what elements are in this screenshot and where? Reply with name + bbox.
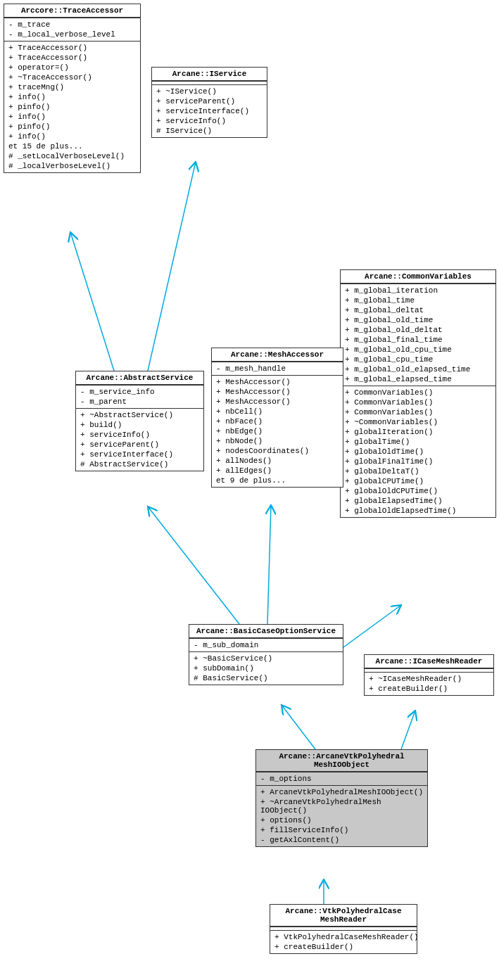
method-line: # _setLocalVerboseLevel(): [8, 151, 136, 161]
method-line: + TraceAccessor(): [8, 53, 136, 63]
icase-mesh-reader-methods: + ~ICaseMeshReader() + createBuilder(): [365, 672, 493, 695]
method-line: + info(): [8, 132, 136, 141]
method-line: + ~CommonVariables(): [345, 417, 491, 427]
method-line: + globalFinalTime(): [345, 457, 491, 466]
attr-line: + m_global_cpu_time: [345, 355, 491, 364]
svg-line-3: [267, 505, 271, 624]
method-line: + pinfo(): [8, 122, 136, 132]
method-line: + ~IService(): [156, 87, 263, 96]
abstract-service-attrs: - m_service_info - m_parent: [76, 385, 203, 408]
iservice-box: Arcane::IService + ~IService() + service…: [151, 67, 267, 138]
method-line: + ~AbstractService(): [80, 410, 199, 420]
method-line: + serviceInterface(): [80, 450, 199, 459]
method-line: + globalElapsedTime(): [345, 496, 491, 506]
svg-line-5: [282, 705, 315, 749]
vtk-polyhedral-case-mesh-reader-box: Arcane::VtkPolyhedralCaseMeshReader + Vt…: [270, 904, 417, 954]
method-line: # BasicService(): [194, 673, 339, 683]
attr-line: + m_global_old_deltat: [345, 325, 491, 335]
common-variables-title: Arcane::CommonVariables: [341, 270, 495, 284]
method-line: + nbFace(): [216, 416, 339, 426]
abstract-service-title: Arcane::AbstractService: [76, 371, 203, 385]
method-line: + fillServiceInfo(): [260, 825, 423, 835]
mesh-accessor-methods: + MeshAccessor() + MeshAccessor() + Mesh…: [212, 375, 343, 487]
attr-line: + m_global_time: [345, 295, 491, 305]
method-line: + MeshAccessor(): [216, 397, 339, 407]
arcane-vtk-methods: + ArcaneVtkPolyhedralMeshIOObject() + ~A…: [256, 785, 427, 846]
method-line: + serviceInfo(): [80, 430, 199, 440]
method-line: + serviceInterface(): [156, 106, 263, 116]
method-line: + nbNode(): [216, 436, 339, 446]
basic-case-option-service-title: Arcane::BasicCaseOptionService: [189, 625, 343, 638]
method-line: + globalIteration(): [345, 427, 491, 437]
method-line: + TraceAccessor(): [8, 43, 136, 53]
method-line: + ~ICaseMeshReader(): [369, 674, 489, 684]
attr-line: - m_parent: [80, 397, 199, 407]
method-line: + allNodes(): [216, 456, 339, 466]
method-line: + MeshAccessor(): [216, 387, 339, 397]
abstract-service-methods: + ~AbstractService() + build() + service…: [76, 408, 203, 471]
method-line: + build(): [80, 420, 199, 430]
method-line: + allEdges(): [216, 466, 339, 476]
method-line: + MeshAccessor(): [216, 377, 339, 387]
basic-case-methods: + ~BasicService() + subDomain() # BasicS…: [189, 651, 343, 685]
svg-line-4: [343, 605, 401, 647]
attr-line: - m_mesh_handle: [216, 364, 339, 374]
svg-line-1: [148, 162, 196, 371]
method-line: # _localVerboseLevel(): [8, 161, 136, 171]
attr-line: - m_local_verbose_level: [8, 30, 136, 39]
common-variables-attrs: + m_global_iteration + m_global_time + m…: [341, 284, 495, 386]
method-line: + createBuilder(): [274, 942, 412, 952]
basic-case-option-service-box: Arcane::BasicCaseOptionService - m_sub_d…: [189, 624, 343, 685]
method-line: + CommonVariables(): [345, 388, 491, 397]
method-line: + globalOldCPUTime(): [345, 486, 491, 496]
common-variables-box: Arcane::CommonVariables + m_global_itera…: [340, 269, 496, 518]
mesh-accessor-attrs: - m_mesh_handle: [212, 362, 343, 375]
method-line: + pinfo(): [8, 102, 136, 112]
method-line: + nbCell(): [216, 407, 339, 416]
method-line: # AbstractService(): [80, 459, 199, 469]
method-line: + globalCPUTime(): [345, 476, 491, 486]
attr-line: + m_global_elapsed_time: [345, 374, 491, 384]
attr-line: - m_options: [260, 774, 423, 784]
iservice-methods: + ~IService() + serviceParent() + servic…: [152, 84, 267, 137]
attr-line: - m_sub_domain: [194, 640, 339, 650]
method-line: + info(): [8, 112, 136, 122]
attr-line: + m_global_old_cpu_time: [345, 345, 491, 355]
method-line: + ArcaneVtkPolyhedralMeshIOObject(): [260, 787, 423, 797]
trace-accessor-methods: + TraceAccessor() + TraceAccessor() + op…: [4, 41, 140, 172]
iservice-title: Arcane::IService: [152, 68, 267, 81]
icase-mesh-reader-title: Arcane::ICaseMeshReader: [365, 655, 493, 668]
icase-mesh-reader-box: Arcane::ICaseMeshReader + ~ICaseMeshRead…: [364, 654, 494, 696]
method-line: + traceMng(): [8, 82, 136, 92]
trace-accessor-attrs: - m_trace - m_local_verbose_level: [4, 18, 140, 41]
attr-line: - m_trace: [8, 20, 136, 30]
method-line: + globalOldElapsedTime(): [345, 506, 491, 516]
attr-line: + m_global_old_time: [345, 315, 491, 325]
common-variables-methods: + CommonVariables() + CommonVariables() …: [341, 386, 495, 517]
method-line: + ~TraceAccessor(): [8, 72, 136, 82]
method-line: + globalTime(): [345, 437, 491, 447]
attr-line: + m_global_final_time: [345, 335, 491, 345]
mesh-accessor-title: Arcane::MeshAccessor: [212, 348, 343, 362]
method-line: + serviceParent(): [80, 440, 199, 450]
method-line: + options(): [260, 815, 423, 825]
svg-line-0: [70, 232, 114, 371]
mesh-accessor-box: Arcane::MeshAccessor - m_mesh_handle + M…: [211, 348, 343, 488]
trace-accessor-box: Arccore::TraceAccessor - m_trace - m_loc…: [4, 4, 141, 173]
method-line: + ~BasicService(): [194, 654, 339, 663]
method-line: + ~ArcaneVtkPolyhedralMesh IOObject(): [260, 797, 423, 815]
method-line: + CommonVariables(): [345, 397, 491, 407]
method-line: + operator=(): [8, 63, 136, 72]
method-line: - getAxlContent(): [260, 835, 423, 845]
attr-line: + m_global_old_elapsed_time: [345, 364, 491, 374]
attr-line: - m_service_info: [80, 387, 199, 397]
method-line: + serviceInfo(): [156, 116, 263, 126]
attr-line: + m_global_iteration: [345, 286, 491, 295]
method-line: et 15 de plus...: [8, 141, 136, 151]
trace-accessor-title: Arccore::TraceAccessor: [4, 4, 140, 18]
method-line: + nodesCoordinates(): [216, 446, 339, 456]
basic-case-attrs: - m_sub_domain: [189, 638, 343, 651]
svg-line-2: [148, 507, 239, 624]
method-line: + createBuilder(): [369, 684, 489, 694]
method-line: # IService(): [156, 126, 263, 136]
